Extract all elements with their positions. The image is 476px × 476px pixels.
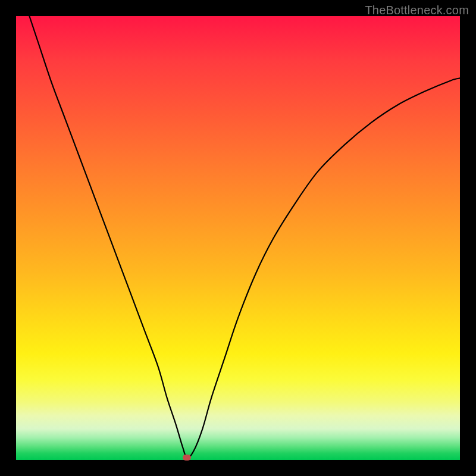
chart-frame: TheBottleneck.com <box>0 0 476 476</box>
min-marker <box>183 455 191 461</box>
bottleneck-curve <box>16 16 460 460</box>
watermark-text: TheBottleneck.com <box>365 4 469 17</box>
plot-area <box>16 16 460 460</box>
